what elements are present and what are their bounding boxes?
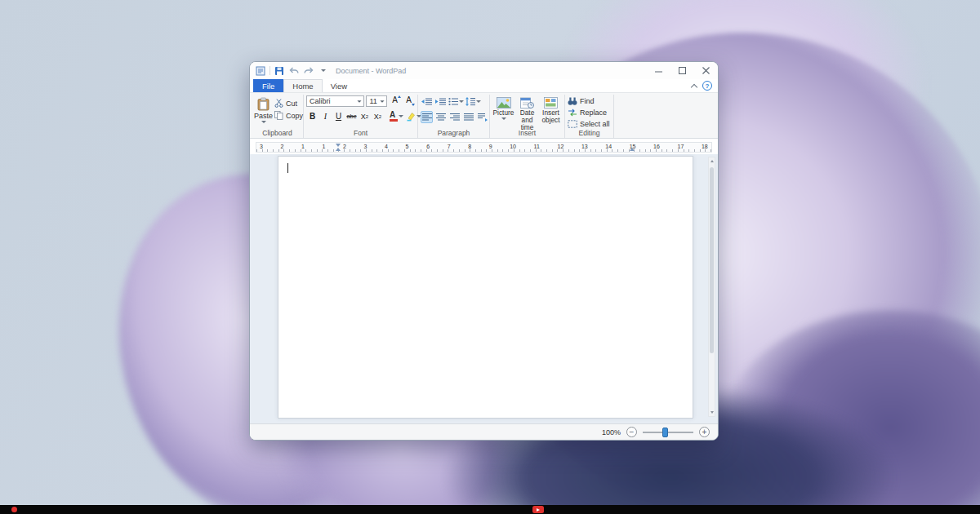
find-icon [568, 97, 577, 105]
ruler-number: 16 [653, 144, 660, 149]
ruler[interactable]: 321123456789101112131415161718 [256, 142, 712, 153]
status-bar: 100% − + [250, 423, 718, 440]
font-family-combobox[interactable]: Calibri [306, 95, 364, 107]
insert-object-button[interactable]: Insert object [540, 95, 562, 128]
justify-button[interactable] [462, 111, 474, 123]
zoom-in-button[interactable]: + [699, 427, 710, 437]
shrink-font-letter: A [406, 95, 412, 105]
strikethrough-button[interactable]: abc [345, 110, 358, 122]
superscript-digit: 2 [379, 114, 381, 119]
insert-datetime-button[interactable]: Date and time [516, 95, 538, 128]
scrollbar-thumb[interactable] [710, 167, 714, 353]
copy-button[interactable]: Copy [274, 111, 303, 120]
ruler-number: 3 [364, 144, 368, 149]
italic-button[interactable]: I [319, 110, 332, 122]
paragraph-group-label: Paragraph [418, 129, 489, 137]
paste-button[interactable]: Paste [254, 95, 273, 128]
tab-home[interactable]: Home [283, 79, 322, 92]
right-indent-marker[interactable] [630, 148, 635, 151]
ruler-number: 2 [281, 144, 284, 149]
increase-indent-button[interactable] [434, 95, 447, 108]
window-title: Document - WordPad [336, 67, 406, 75]
ruler-number: 11 [534, 144, 540, 149]
minimize-button[interactable] [647, 62, 670, 79]
hanging-indent-marker[interactable] [336, 148, 341, 151]
text-color-bar [390, 119, 398, 122]
qat-separator [270, 66, 270, 75]
superscript-button[interactable]: X2 [372, 110, 384, 122]
font-group-label: Font [304, 129, 417, 137]
cut-copy-column: Cut Copy [274, 95, 303, 128]
group-font: Calibri 11 A A B I U [304, 95, 418, 138]
start-list-dropdown-icon [459, 100, 464, 103]
replace-icon [568, 109, 577, 117]
font-family-dropdown-icon [358, 100, 362, 103]
titlebar[interactable]: Document - WordPad [250, 62, 718, 79]
subscript-digit: 2 [366, 114, 368, 119]
select-all-button[interactable]: Select all [568, 120, 611, 128]
maximize-button[interactable] [670, 62, 694, 79]
tab-row-right: ? [692, 79, 718, 92]
ruler-number: 8 [468, 144, 471, 149]
font-size-combobox[interactable]: 11 [366, 95, 387, 107]
ribbon-tab-row: File Home View ? [250, 79, 718, 92]
ruler-number: 13 [581, 144, 588, 149]
qat-customize-dropdown-icon[interactable] [318, 64, 329, 78]
play-button-icon[interactable] [532, 506, 544, 513]
cut-button[interactable]: Cut [274, 99, 303, 108]
ruler-numbers: 321123456789101112131415161718 [260, 143, 708, 150]
font-size-dropdown-icon [381, 100, 385, 103]
group-editing: Find Replace Select all Editing [565, 95, 614, 138]
select-all-label: Select all [580, 120, 610, 128]
bold-button[interactable]: B [306, 110, 318, 122]
zoom-slider-thumb[interactable] [662, 428, 668, 437]
undo-icon[interactable] [288, 64, 300, 78]
collapse-ribbon-icon[interactable] [691, 83, 697, 90]
zoom-slider[interactable] [643, 432, 693, 433]
line-spacing-button[interactable] [466, 95, 481, 108]
bottom-media-bar [0, 505, 980, 514]
wordpad-app-icon[interactable] [255, 64, 266, 78]
ruler-number: 9 [489, 144, 492, 149]
ribbon: Paste Cut Copy Clipboard [250, 92, 718, 139]
find-button[interactable]: Find [568, 97, 611, 105]
paragraph-dialog-button[interactable] [476, 111, 488, 123]
insert-picture-button[interactable]: Picture [492, 95, 514, 128]
text-color-button[interactable]: A [389, 110, 404, 122]
first-line-indent-marker[interactable] [336, 144, 341, 147]
grow-font-letter: A [392, 95, 398, 105]
tab-file[interactable]: File [253, 79, 283, 92]
close-button[interactable] [694, 62, 718, 79]
help-icon[interactable]: ? [702, 81, 712, 91]
zoom-out-button[interactable]: − [626, 427, 637, 437]
zoom-level: 100% [602, 428, 621, 436]
scroll-up-icon[interactable] [709, 157, 715, 165]
align-center-button[interactable] [434, 111, 447, 123]
subscript-button[interactable]: X2 [359, 110, 371, 122]
text-color-icon: A [390, 111, 398, 122]
scroll-down-icon[interactable] [709, 409, 715, 416]
decrease-indent-button[interactable] [421, 95, 433, 108]
align-right-button[interactable] [448, 111, 461, 123]
align-left-button[interactable] [421, 111, 433, 123]
insert-group-label: Insert [490, 129, 564, 137]
save-icon[interactable] [274, 64, 285, 78]
start-list-button[interactable] [448, 95, 464, 108]
vertical-scrollbar[interactable] [708, 157, 715, 417]
grow-font-button[interactable]: A [389, 95, 401, 107]
document-page[interactable] [278, 156, 693, 419]
ruler-number: 12 [557, 144, 564, 149]
replace-label: Replace [580, 109, 607, 117]
record-indicator-icon [11, 507, 17, 512]
ruler-number: 10 [510, 144, 516, 149]
underline-button[interactable]: U [332, 110, 345, 122]
ruler-number: 2 [343, 144, 346, 149]
tab-view[interactable]: View [323, 79, 355, 92]
datetime-label: Date and time [516, 109, 538, 131]
redo-icon[interactable] [303, 64, 314, 78]
ruler-row: 321123456789101112131415161718 [250, 139, 718, 154]
highlight-icon [406, 111, 416, 122]
shrink-font-button[interactable]: A [403, 95, 415, 107]
replace-button[interactable]: Replace [568, 109, 611, 117]
font-row-1: Calibri 11 A A [306, 95, 415, 107]
